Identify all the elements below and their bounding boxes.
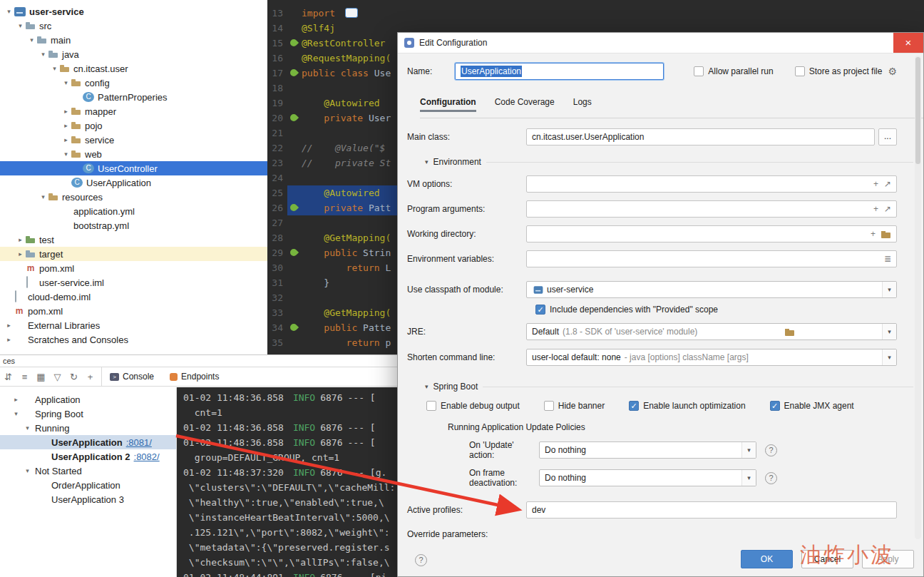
- chevron-down-icon[interactable]: ▾: [38, 193, 48, 200]
- chevron-down-icon[interactable]: ▾: [27, 36, 36, 44]
- tab-configuration[interactable]: Configuration: [420, 97, 476, 112]
- tree-item-patternproperies[interactable]: PatternProperies: [0, 90, 267, 104]
- name-input[interactable]: UserApplication: [455, 63, 664, 80]
- add-icon[interactable]: +: [873, 179, 878, 189]
- tree-item-root-pom-xml[interactable]: pom.xml: [0, 304, 267, 318]
- main-class-input[interactable]: cn.itcast.user.UserApplication: [526, 128, 875, 145]
- run-item-spring-boot[interactable]: ▾ Spring Boot: [0, 407, 176, 421]
- run-item-running[interactable]: ▾ Running: [0, 421, 176, 435]
- store-as-project-file-checkbox[interactable]: Store as project file: [795, 66, 883, 76]
- chevron-down-icon[interactable]: ▾: [50, 65, 59, 72]
- chevron-right-icon[interactable]: ▸: [61, 122, 71, 129]
- project-tree-panel[interactable]: ▾ user-service ▾ src ▾ main ▾ java ▾ cn.…: [0, 0, 267, 354]
- dialog-titlebar[interactable]: Edit Configuration: [398, 33, 923, 53]
- console-output[interactable]: 01-02 11:48:36.858INFO6876--- [ cnt=1 01…: [177, 387, 397, 577]
- services-panel-tab[interactable]: ces: [0, 355, 397, 367]
- tree-item-web[interactable]: ▾ web: [0, 147, 267, 161]
- help-icon[interactable]: ?: [415, 554, 427, 566]
- allow-parallel-run-checkbox[interactable]: Allow parallel run: [694, 66, 773, 76]
- tab-console[interactable]: > Console: [102, 367, 162, 387]
- help-icon[interactable]: ?: [765, 444, 777, 456]
- vm-options-input[interactable]: +↗: [526, 175, 897, 193]
- add-icon[interactable]: +: [871, 229, 876, 239]
- add-icon[interactable]: +: [82, 372, 98, 382]
- run-item-userapplication3[interactable]: UserApplication 3: [0, 492, 176, 506]
- jre-select[interactable]: Default (1.8 - SDK of 'user-service' mod…: [526, 323, 897, 340]
- chevron-right-icon[interactable]: ▸: [61, 136, 71, 143]
- chevron-right-icon[interactable]: ▸: [4, 322, 14, 329]
- run-item-application[interactable]: ▸ Application: [0, 392, 176, 407]
- chevron-right-icon[interactable]: ▸: [61, 108, 71, 115]
- grid-icon[interactable]: ▦: [33, 372, 49, 382]
- tree-item-bootstrap-yml[interactable]: bootstrap.yml: [0, 218, 267, 233]
- spring-bean-icon[interactable]: [289, 322, 299, 332]
- browse-button[interactable]: ...: [878, 128, 897, 145]
- tree-item-pom-xml[interactable]: pom.xml: [0, 261, 267, 275]
- tree-item-usercontroller[interactable]: UserController: [0, 161, 267, 175]
- refresh-icon[interactable]: ↻: [66, 372, 82, 382]
- tab-endpoints[interactable]: Endpoints: [162, 367, 227, 387]
- tree-item-pojo[interactable]: ▸ pojo: [0, 118, 267, 133]
- spring-bean-icon[interactable]: [289, 68, 299, 78]
- environment-section-header[interactable]: ▾ Environment: [425, 157, 913, 167]
- app-port-link[interactable]: :8081/: [126, 437, 152, 448]
- enable-launch-optimization-checkbox[interactable]: ✓Enable launch optimization: [629, 401, 745, 411]
- sort-icon[interactable]: ⇵: [0, 372, 16, 382]
- run-dashboard-tree[interactable]: ▸ Application ▾ Spring Boot ▾ Running Us…: [0, 387, 177, 577]
- working-directory-input[interactable]: +: [526, 225, 897, 242]
- chevron-right-icon[interactable]: ▸: [4, 336, 14, 343]
- chevron-down-icon[interactable]: ▾: [16, 22, 25, 29]
- tree-item-resources[interactable]: ▾ resources: [0, 190, 267, 204]
- expand-icon[interactable]: ↗: [884, 179, 891, 189]
- classpath-module-select[interactable]: user-service ▾: [526, 281, 897, 298]
- tree-item-external-libraries[interactable]: ▸ External Libraries: [0, 318, 267, 332]
- chevron-down-icon[interactable]: ▾: [61, 150, 71, 158]
- run-item-userapplication-8081[interactable]: UserApplication :8081/: [0, 435, 176, 449]
- spring-bean-icon[interactable]: [289, 38, 299, 48]
- chevron-down-icon[interactable]: ▾: [4, 8, 14, 15]
- tree-item-package[interactable]: ▾ cn.itcast.user: [0, 61, 267, 76]
- folder-icon[interactable]: [785, 328, 795, 336]
- chevron-right-icon[interactable]: ▸: [11, 396, 21, 403]
- help-icon[interactable]: ?: [765, 472, 777, 484]
- tree-item-config[interactable]: ▾ config: [0, 76, 267, 90]
- program-arguments-input[interactable]: +↗: [526, 200, 897, 218]
- collapse-icon[interactable]: ▾: [425, 383, 428, 390]
- chevron-down-icon[interactable]: ▾: [11, 410, 21, 417]
- hide-banner-checkbox[interactable]: Hide banner: [544, 401, 605, 411]
- filter-icon[interactable]: ▽: [49, 372, 66, 382]
- expand-icon[interactable]: ↗: [884, 204, 891, 214]
- include-provided-scope-checkbox[interactable]: ✓ Include dependencies with "Provided" s…: [535, 305, 923, 315]
- chevron-down-icon[interactable]: ▾: [38, 51, 48, 58]
- active-profiles-input[interactable]: dev: [526, 501, 897, 519]
- enable-jmx-agent-checkbox[interactable]: ✓Enable JMX agent: [770, 401, 854, 411]
- chevron-right-icon[interactable]: ▸: [16, 236, 25, 243]
- close-icon[interactable]: ×: [893, 33, 923, 53]
- folder-icon[interactable]: [881, 230, 891, 238]
- tree-item-src[interactable]: ▾ src: [0, 19, 267, 33]
- tree-item-target[interactable]: ▸ target: [0, 247, 267, 261]
- enable-debug-output-checkbox[interactable]: Enable debug output: [426, 401, 520, 411]
- run-item-orderapplication[interactable]: OrderApplication: [0, 478, 176, 492]
- ok-button[interactable]: OK: [741, 550, 793, 568]
- chevron-down-icon[interactable]: ▾: [23, 424, 32, 432]
- tree-item-scratches[interactable]: ▸ Scratches and Consoles: [0, 332, 267, 347]
- tab-logs[interactable]: Logs: [573, 97, 592, 112]
- tab-code-coverage[interactable]: Code Coverage: [495, 97, 555, 112]
- spring-boot-section-header[interactable]: ▾ Spring Boot: [425, 382, 913, 392]
- chevron-down-icon[interactable]: ▾: [61, 79, 71, 86]
- on-update-action-select[interactable]: Do nothing ▾: [539, 441, 756, 459]
- tree-item-java[interactable]: ▾ java: [0, 47, 267, 61]
- chevron-right-icon[interactable]: ▸: [16, 250, 25, 257]
- add-icon[interactable]: +: [873, 204, 878, 214]
- tree-item-mapper[interactable]: ▸ mapper: [0, 104, 267, 118]
- tree-item-user-service[interactable]: ▾ user-service: [0, 4, 267, 19]
- list-icon[interactable]: ≣: [884, 254, 891, 264]
- tree-item-main[interactable]: ▾ main: [0, 33, 267, 47]
- collapse-icon[interactable]: ▾: [425, 158, 428, 165]
- dialog-scrollbar[interactable]: [915, 56, 921, 539]
- run-item-not-started[interactable]: ▾ Not Started: [0, 464, 176, 478]
- gear-icon[interactable]: ⚙: [888, 66, 897, 77]
- chevron-down-icon[interactable]: ▾: [23, 467, 32, 474]
- spring-bean-icon[interactable]: [289, 203, 299, 213]
